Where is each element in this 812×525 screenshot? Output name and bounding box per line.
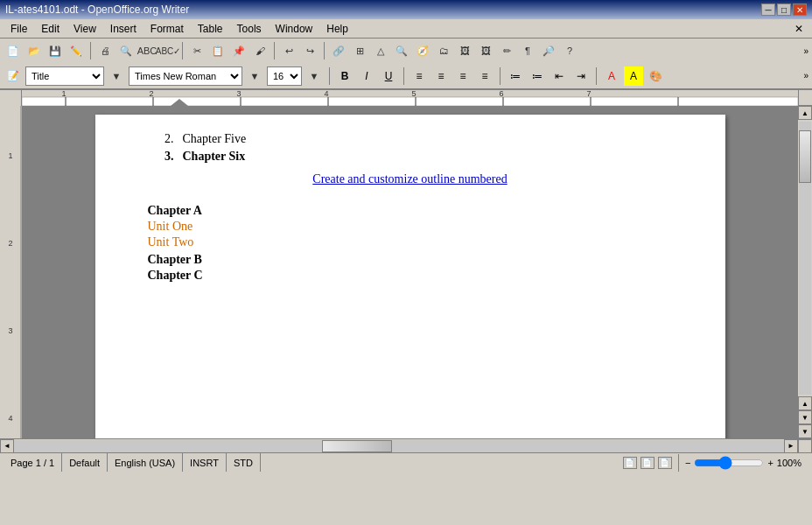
indent-button[interactable]: ⇥	[571, 66, 591, 86]
new-button[interactable]: 📄	[4, 41, 23, 60]
scroll-down-button[interactable]: ▼	[798, 424, 812, 438]
maximize-button[interactable]: □	[777, 4, 791, 16]
outdent-button[interactable]: ⇤	[550, 66, 569, 86]
align-center-button[interactable]: ≡	[431, 66, 451, 86]
open-button[interactable]: 📂	[24, 41, 44, 60]
item-num-3: 3.	[148, 150, 174, 164]
scroll-up-button[interactable]: ▲	[798, 106, 812, 120]
toolbar-area: 📄 📂 💾 ✏️ 🖨 🔍 ABC ABC✓ ✂ 📋 📌 🖌 ↩ ↪ 🔗 ⊞ △ …	[0, 38, 812, 90]
formatting-toolbar: 📝 Title ▼ Times New Roman ▼ 16 ▼ B I U ≡…	[0, 63, 812, 89]
align-left-button[interactable]: ≡	[410, 66, 429, 86]
underline-button[interactable]: U	[379, 66, 398, 86]
draw-func-button[interactable]: ✏	[497, 41, 516, 60]
minimize-button[interactable]: ─	[761, 4, 775, 16]
style-select[interactable]: Title	[25, 66, 104, 86]
doc-status-icon-3[interactable]: 📄	[658, 457, 672, 469]
toolbar-expand[interactable]: »	[803, 46, 808, 56]
scroll-track[interactable]	[799, 122, 811, 395]
autocorrect-button[interactable]: ABC✓	[158, 41, 178, 60]
print-button[interactable]: 🖨	[95, 41, 115, 60]
separator-2	[182, 42, 183, 60]
status-bar: Page 1 / 1 Default English (USA) INSRT S…	[0, 452, 812, 472]
italic-button[interactable]: I	[357, 66, 376, 86]
scroll-page-down-btn[interactable]: ▼	[798, 410, 812, 424]
menu-format[interactable]: Format	[144, 19, 191, 38]
redo-button[interactable]: ↪	[300, 41, 319, 60]
ruler-container: 1 2 3 4 5 6 7	[0, 90, 812, 106]
help-button[interactable]: ?	[560, 41, 579, 60]
svg-text:4: 4	[8, 414, 12, 423]
zoom-button[interactable]: 🔎	[539, 41, 558, 60]
scroll-thumb[interactable]	[799, 130, 811, 183]
outline-link[interactable]: Create and customize outline numbered	[148, 172, 673, 186]
chapter-six-item: 3. Chapter Six	[148, 150, 673, 164]
svg-text:2: 2	[8, 239, 12, 248]
menu-view[interactable]: View	[66, 19, 103, 38]
font-dropdown-btn[interactable]: ▼	[245, 66, 264, 86]
gallery-button[interactable]: 🖼	[455, 41, 474, 60]
title-text: IL-ates4101.odt - OpenOffice.org Writer	[5, 4, 189, 16]
highlight-button[interactable]: A	[624, 66, 643, 86]
menu-table[interactable]: Table	[191, 19, 230, 38]
menu-file[interactable]: File	[4, 19, 34, 38]
close-button[interactable]: ✕	[793, 4, 807, 16]
list-ordered-button[interactable]: ≔	[528, 66, 547, 86]
size-dropdown-btn[interactable]: ▼	[304, 66, 324, 86]
font-color-button[interactable]: A	[602, 66, 621, 86]
hyperlink-button[interactable]: 🔗	[329, 41, 348, 60]
print-preview-button[interactable]: 🔍	[116, 41, 136, 60]
table-button[interactable]: ⊞	[350, 41, 369, 60]
zoom-slider[interactable]	[694, 456, 764, 470]
align-justify-button[interactable]: ≡	[475, 66, 494, 86]
find-button[interactable]: 🔍	[392, 41, 411, 60]
separator-3	[274, 42, 275, 60]
page-info: Page 1 / 1	[10, 458, 54, 468]
save-button[interactable]: 💾	[46, 41, 65, 60]
show-draw-button[interactable]: △	[371, 41, 390, 60]
vertical-ruler: 1 2 3 4	[0, 106, 22, 438]
fmt-sep-2	[403, 67, 404, 85]
style-dropdown-btn[interactable]: ▼	[107, 66, 126, 86]
menu-tools[interactable]: Tools	[230, 19, 269, 38]
svg-text:1: 1	[8, 151, 12, 160]
menu-close-btn[interactable]: ✕	[789, 21, 808, 37]
image-button[interactable]: 🖼	[476, 41, 495, 60]
h-scroll-track[interactable]	[14, 440, 784, 452]
outline-link-container[interactable]: Create and customize outline numbered	[148, 172, 673, 186]
nonprint-button[interactable]: ¶	[518, 41, 537, 60]
size-select[interactable]: 16	[267, 66, 302, 86]
cut-button[interactable]: ✂	[187, 41, 206, 60]
bold-button[interactable]: B	[335, 66, 354, 86]
list-unordered-button[interactable]: ≔	[506, 66, 525, 86]
fmt-toolbar-expand[interactable]: »	[803, 71, 808, 80]
edit-button[interactable]: ✏️	[66, 41, 86, 60]
spellcheck-button[interactable]: ABC	[137, 41, 157, 60]
status-sep	[678, 454, 679, 472]
menu-help[interactable]: Help	[319, 19, 355, 38]
scroll-left-button[interactable]: ◄	[0, 439, 14, 453]
zoom-plus[interactable]: +	[767, 458, 773, 468]
doc-status-icon-1[interactable]: 📄	[623, 457, 637, 469]
menu-insert[interactable]: Insert	[103, 19, 144, 38]
vertical-scrollbar: ▲ ▲ ▼ ▼	[798, 106, 812, 438]
fmt-sep-4	[596, 67, 597, 85]
align-right-button[interactable]: ≡	[453, 66, 472, 86]
doc-status-icon-2[interactable]: 📄	[640, 457, 654, 469]
scroll-right-button[interactable]: ►	[784, 439, 798, 453]
menu-window[interactable]: Window	[269, 19, 320, 38]
font-select[interactable]: Times New Roman	[129, 66, 242, 86]
navigator-button[interactable]: 🧭	[413, 41, 432, 60]
chapter-b-text: Chapter B	[148, 253, 673, 267]
undo-button[interactable]: ↩	[279, 41, 298, 60]
h-scroll-thumb[interactable]	[322, 440, 392, 452]
dbrowser-button[interactable]: 🗂	[434, 41, 453, 60]
paste-button[interactable]: 📌	[229, 41, 248, 60]
zoom-minus[interactable]: −	[685, 458, 690, 468]
char-bg-button[interactable]: 🎨	[646, 66, 665, 86]
copy-button[interactable]: 📋	[208, 41, 228, 60]
format-paint-button[interactable]: 🖌	[250, 41, 270, 60]
scroll-corner	[798, 439, 812, 453]
fmt-sep-3	[500, 67, 500, 85]
scroll-page-up-btn[interactable]: ▲	[798, 396, 812, 410]
menu-edit[interactable]: Edit	[34, 19, 66, 38]
